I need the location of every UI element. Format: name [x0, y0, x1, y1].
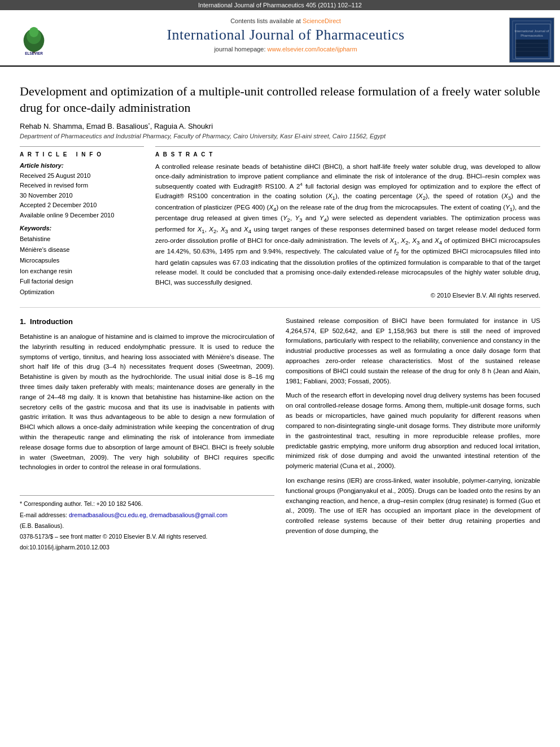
intro-para-1: Betahistine is an analogue of histamine … — [20, 332, 274, 473]
elsevier-logo: ELSEVIER — [17, 25, 51, 56]
body-text-col2: Sustained release composition of BHCl ha… — [286, 316, 540, 536]
abstract-column: A B S T R A C T A controlled release res… — [155, 146, 540, 299]
journal-title: International Journal of Pharmaceutics — [73, 27, 498, 43]
body-text-col1: Betahistine is an analogue of histamine … — [20, 332, 274, 473]
section-1-heading: Introduction — [30, 317, 73, 326]
revised-date-2: 30 November 2010 — [20, 191, 144, 201]
journal-header-center: Contents lists available at ScienceDirec… — [68, 15, 504, 65]
contents-available-line: Contents lists available at ScienceDirec… — [73, 18, 498, 24]
article-info-column: A R T I C L E I N F O Article history: R… — [20, 146, 144, 299]
footnote-doi-text: doi:10.1016/j.ijpharm.2010.12.003 — [20, 544, 110, 551]
journal-header: ELSEVIER Contents lists available at Sci… — [0, 10, 560, 67]
article-main: Development and optimization of a multip… — [0, 67, 560, 562]
keyword-1: Betahistine — [20, 234, 144, 244]
keyword-5: Full factorial design — [20, 276, 144, 287]
journal-cover-image: International Journal of Pharmaceutics — [509, 18, 554, 63]
footnote-doi: doi:10.1016/j.ijpharm.2010.12.003 — [20, 543, 274, 552]
elsevier-tree-icon: ELSEVIER — [17, 25, 51, 56]
body-col-right: Sustained release composition of BHCl ha… — [286, 316, 540, 554]
affiliation-line: Department of Pharmaceutics and Industri… — [20, 133, 540, 139]
article-info-header: A R T I C L E I N F O — [20, 151, 144, 158]
footnote-corresponding: * Corresponding author. Tel.: +20 10 182… — [20, 499, 274, 508]
elsevier-logo-area: ELSEVIER — [0, 15, 68, 65]
keyword-2: Ménière's disease — [20, 244, 144, 255]
svg-text:Pharmaceutics: Pharmaceutics — [520, 34, 543, 37]
footnote-email: E-mail addresses: dremadbasalious@cu.edu… — [20, 510, 274, 519]
keywords-list: Betahistine Ménière's disease Microcapsu… — [20, 234, 144, 297]
article-history-label: Article history: — [20, 162, 144, 169]
journal-citation-text: International Journal of Pharmaceutics 4… — [198, 2, 362, 8]
svg-text:International Journal of: International Journal of — [514, 29, 549, 33]
keyword-6: Optimization — [20, 287, 144, 298]
section-1-number: 1. — [20, 317, 26, 326]
footnote-issn: 0378-5173/$ – see front matter © 2010 El… — [20, 532, 274, 541]
sciencedirect-link[interactable]: ScienceDirect — [303, 18, 341, 24]
accepted-date: Accepted 2 December 2010 — [20, 200, 144, 211]
footnote-email-link1[interactable]: dremadbasalious@cu.edu.eg, — [69, 512, 148, 518]
footnote-email-link2[interactable]: dremadbasalious@gmail.com — [150, 512, 228, 518]
svg-rect-6 — [513, 21, 551, 59]
cover-image-area: International Journal of Pharmaceutics — [504, 15, 560, 65]
svg-text:ELSEVIER: ELSEVIER — [25, 51, 43, 55]
available-date: Available online 9 December 2010 — [20, 211, 144, 221]
abstract-header: A B S T R A C T — [155, 151, 540, 158]
authors-text: Rehab N. Shamma, Emad B. Basalious*, Rag… — [20, 122, 213, 130]
svg-rect-9 — [515, 40, 548, 56]
journal-homepage-line: journal homepage: www.elsevier.com/locat… — [73, 46, 498, 53]
abstract-text: A controlled release resinate beads of b… — [155, 162, 540, 287]
homepage-url[interactable]: www.elsevier.com/locate/ijpharm — [268, 46, 357, 53]
article-info-section: A R T I C L E I N F O Article history: R… — [20, 146, 540, 299]
section-1-title: 1. Introduction — [20, 316, 274, 327]
keywords-label: Keywords: — [20, 225, 144, 231]
body-col-left: 1. Introduction Betahistine is an analog… — [20, 316, 274, 554]
page: International Journal of Pharmaceutics 4… — [0, 0, 560, 747]
col2-para-3: Ion exchange resins (IER) are cross-link… — [286, 476, 540, 536]
col2-para-2: Much of the research effort in developin… — [286, 391, 540, 471]
col2-para-1: Sustained release composition of BHCl ha… — [286, 316, 540, 387]
section-divider — [20, 307, 540, 308]
footnote-name: (E.B. Basalious). — [20, 521, 274, 530]
footnote-email-label: E-mail addresses: — [20, 512, 67, 518]
svg-point-3 — [29, 27, 39, 37]
journal-citation-bar: International Journal of Pharmaceutics 4… — [0, 0, 560, 10]
article-title: Development and optimization of a multip… — [20, 84, 540, 116]
copyright-line: © 2010 Elsevier B.V. All rights reserved… — [155, 292, 540, 299]
article-dates: Received 25 August 2010 Received in revi… — [20, 171, 144, 221]
svg-rect-5 — [510, 18, 554, 62]
keyword-3: Microcapsules — [20, 255, 144, 266]
footnote-area: * Corresponding author. Tel.: +20 10 182… — [20, 495, 274, 552]
revised-date: Received in revised form — [20, 181, 144, 191]
body-section: 1. Introduction Betahistine is an analog… — [20, 316, 540, 554]
keyword-4: Ion exchange resin — [20, 266, 144, 277]
received-date: Received 25 August 2010 — [20, 171, 144, 181]
authors-line: Rehab N. Shamma, Emad B. Basalious*, Rag… — [20, 121, 540, 130]
